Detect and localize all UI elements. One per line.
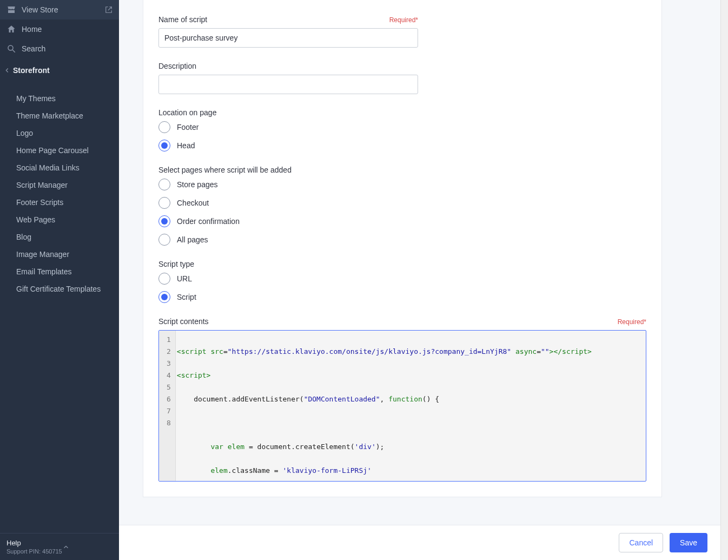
sidebar-support-pin: Support PIN: 450715 — [6, 548, 62, 555]
radio-indicator — [158, 197, 170, 209]
radio-label-order-confirmation: Order confirmation — [177, 217, 240, 226]
gutter-line: 1 — [167, 334, 171, 346]
radio-group-location: Footer Head — [158, 121, 418, 151]
sidebar-view-store[interactable]: View Store — [0, 0, 119, 19]
footer-bar: Cancel Save — [119, 525, 720, 560]
home-icon — [6, 24, 16, 34]
sidebar-item-social-media-links[interactable]: Social Media Links — [0, 159, 119, 176]
svg-point-0 — [8, 45, 13, 50]
label-pages: Select pages where script will be added — [158, 166, 292, 174]
radio-pages-order-confirmation[interactable]: Order confirmation — [158, 215, 418, 227]
sidebar-item-gift-certificate-templates[interactable]: Gift Certificate Templates — [0, 280, 119, 298]
radio-label-store: Store pages — [177, 180, 218, 189]
field-pages: Select pages where script will be added … — [158, 166, 418, 246]
gutter-line: 2 — [167, 346, 171, 358]
gutter-line: 3 — [167, 358, 171, 370]
radio-group-pages: Store pages Checkout Order confirmation — [158, 179, 418, 246]
save-button[interactable]: Save — [670, 533, 707, 552]
radio-location-footer[interactable]: Footer — [158, 121, 418, 133]
content-scroll[interactable]: Name of script Required* Description Loc… — [119, 0, 720, 525]
gutter-line: 4 — [167, 370, 171, 381]
gutter-line: 6 — [167, 393, 171, 405]
required-name: Required* — [389, 16, 418, 24]
sidebar-item-blog[interactable]: Blog — [0, 228, 119, 246]
field-description: Description — [158, 62, 418, 94]
store-icon — [6, 5, 16, 15]
radio-pages-all[interactable]: All pages — [158, 234, 418, 246]
sidebar-item-home-page-carousel[interactable]: Home Page Carousel — [0, 142, 119, 159]
radio-type-script[interactable]: Script — [158, 291, 418, 303]
radio-type-url[interactable]: URL — [158, 273, 418, 285]
field-location: Location on page Footer Head — [158, 108, 418, 151]
required-script-contents: Required* — [618, 318, 646, 326]
radio-label-script: Script — [177, 293, 196, 301]
radio-label-checkout: Checkout — [177, 199, 209, 207]
radio-label-all: All pages — [177, 235, 208, 244]
sidebar-view-store-label: View Store — [22, 5, 58, 14]
code-content[interactable]: <script src="https://static.klaviyo.com/… — [176, 331, 646, 481]
main: Name of script Required* Description Loc… — [119, 0, 720, 560]
radio-label-head: Head — [177, 141, 195, 150]
sidebar-links: My Themes Theme Marketplace Logo Home Pa… — [0, 90, 119, 533]
cancel-button[interactable]: Cancel — [619, 533, 663, 552]
vertical-scrollbar[interactable] — [720, 0, 728, 560]
form-card: Name of script Required* Description Loc… — [143, 0, 662, 497]
label-description: Description — [158, 62, 196, 70]
sidebar-section-storefront[interactable]: Storefront — [0, 58, 119, 82]
input-script-name[interactable] — [158, 28, 418, 48]
gutter-line: 7 — [167, 405, 171, 417]
sidebar: View Store Home Search Storefront My The… — [0, 0, 119, 560]
field-script-contents: Script contents Required* 1 2 3 4 5 6 7 … — [158, 317, 646, 482]
sidebar-search[interactable]: Search — [0, 39, 119, 58]
radio-pages-checkout[interactable]: Checkout — [158, 197, 418, 209]
sidebar-section-label: Storefront — [13, 66, 50, 75]
label-location: Location on page — [158, 108, 216, 117]
label-name: Name of script — [158, 15, 207, 24]
sidebar-item-script-manager[interactable]: Script Manager — [0, 176, 119, 194]
sidebar-item-footer-scripts[interactable]: Footer Scripts — [0, 194, 119, 211]
chevron-left-icon — [3, 67, 11, 74]
external-link-icon — [105, 6, 112, 14]
sidebar-item-theme-marketplace[interactable]: Theme Marketplace — [0, 107, 119, 124]
field-name: Name of script Required* — [158, 15, 418, 48]
radio-indicator — [158, 291, 170, 303]
radio-location-head[interactable]: Head — [158, 140, 418, 151]
label-script-type: Script type — [158, 260, 194, 268]
label-script-contents: Script contents — [158, 317, 209, 326]
sidebar-top: View Store Home Search Storefront — [0, 0, 119, 82]
radio-indicator — [158, 179, 170, 190]
radio-pages-store[interactable]: Store pages — [158, 179, 418, 190]
sidebar-item-web-pages[interactable]: Web Pages — [0, 211, 119, 228]
sidebar-item-my-themes[interactable]: My Themes — [0, 90, 119, 107]
gutter-line: 8 — [167, 417, 171, 429]
gutter-line: 5 — [167, 381, 171, 393]
sidebar-item-logo[interactable]: Logo — [0, 124, 119, 142]
radio-indicator — [158, 140, 170, 151]
sidebar-item-image-manager[interactable]: Image Manager — [0, 246, 119, 263]
radio-indicator — [158, 234, 170, 246]
sidebar-home-label: Home — [22, 25, 42, 34]
sidebar-search-label: Search — [22, 44, 45, 53]
chevron-up-icon — [62, 543, 70, 551]
input-description[interactable] — [158, 75, 418, 94]
radio-group-script-type: URL Script — [158, 273, 418, 303]
radio-label-footer: Footer — [177, 123, 198, 131]
radio-indicator — [158, 215, 170, 227]
search-icon — [6, 44, 16, 54]
code-editor[interactable]: 1 2 3 4 5 6 7 8 <script src="https://sta… — [158, 330, 646, 482]
sidebar-item-email-templates[interactable]: Email Templates — [0, 263, 119, 280]
svg-line-1 — [12, 50, 15, 52]
sidebar-home[interactable]: Home — [0, 19, 119, 39]
sidebar-help-label: Help — [6, 539, 62, 547]
field-script-type: Script type URL Script — [158, 260, 418, 303]
code-gutter: 1 2 3 4 5 6 7 8 — [159, 331, 176, 481]
radio-indicator — [158, 121, 170, 133]
sidebar-help[interactable]: Help Support PIN: 450715 — [0, 533, 119, 560]
app-root: View Store Home Search Storefront My The… — [0, 0, 728, 560]
radio-indicator — [158, 273, 170, 285]
radio-label-url: URL — [177, 274, 192, 283]
